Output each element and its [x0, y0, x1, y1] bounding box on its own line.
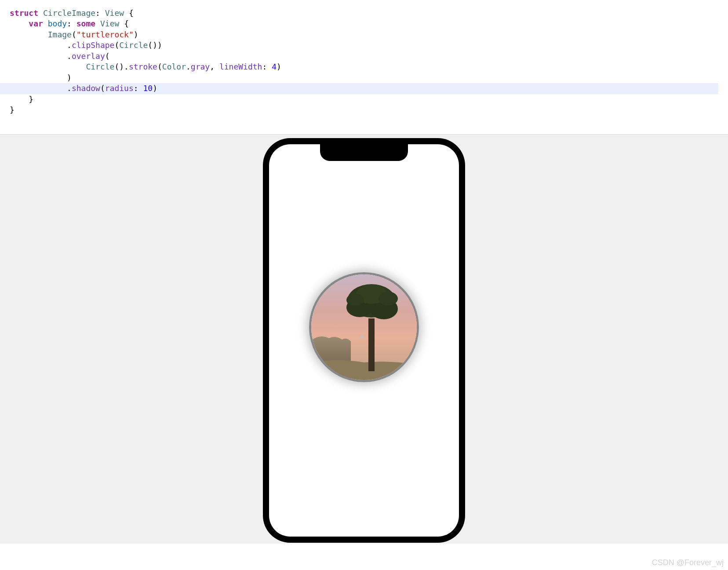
svg-point-8: [360, 335, 364, 339]
code-line: var body: some View {: [10, 18, 728, 29]
watermark: CSDN @Forever_wj: [652, 558, 724, 567]
code-line: .clipShape(Circle()): [10, 40, 728, 51]
code-line: }: [10, 94, 728, 105]
code-line: ): [10, 73, 728, 83]
circle-image-preview: [309, 272, 419, 382]
code-line: Image("turtlerock"): [10, 29, 728, 40]
iphone-notch: [320, 144, 408, 161]
code-line: struct CircleImage: View {: [10, 8, 728, 18]
svg-point-6: [379, 292, 398, 306]
iphone-frame: [263, 138, 465, 543]
preview-canvas[interactable]: [0, 135, 728, 544]
code-editor[interactable]: struct CircleImage: View { var body: som…: [0, 0, 728, 135]
code-line-blank: [10, 116, 728, 126]
code-line: .overlay(: [10, 51, 728, 62]
code-line-highlighted: .shadow(radius: 10): [0, 83, 718, 94]
iphone-screen: [269, 144, 459, 537]
svg-rect-1: [368, 318, 375, 371]
turtlerock-image: [311, 274, 417, 380]
code-line: Circle().stroke(Color.gray, lineWidth: 4…: [10, 62, 728, 72]
svg-point-7: [346, 294, 364, 306]
code-line: }: [10, 105, 728, 115]
